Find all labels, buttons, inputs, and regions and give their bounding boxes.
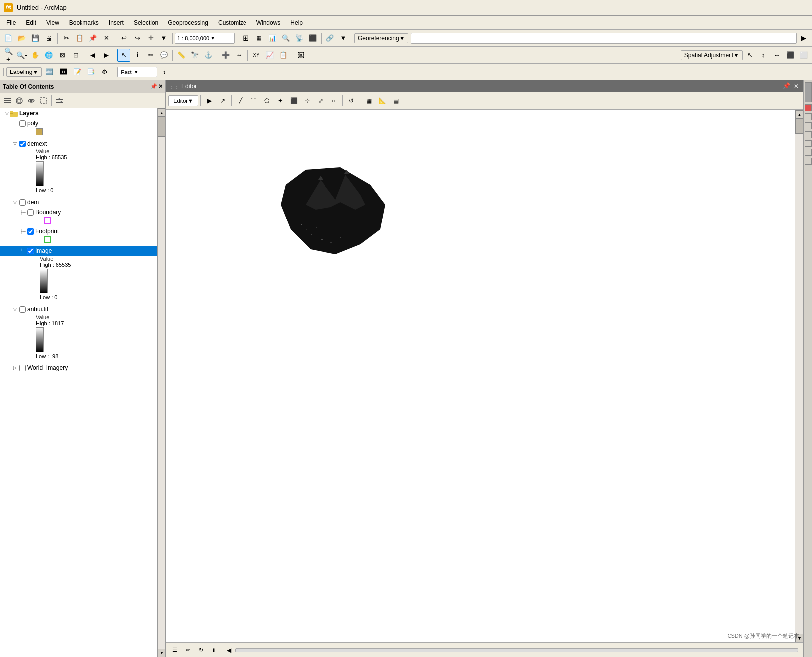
table-btn[interactable]: ▦ <box>252 32 265 45</box>
georef-arrow[interactable]: ▶ <box>797 32 810 45</box>
ed-poly-btn[interactable]: ⬠ <box>260 94 273 107</box>
georef-label[interactable]: Georeferencing▼ <box>354 33 408 43</box>
zoom-in-btn[interactable]: 🔍+ <box>2 49 15 62</box>
full-extent-btn[interactable]: ⊞ <box>239 32 252 45</box>
expand-image-icon[interactable]: └─ <box>20 248 26 254</box>
pan-nav-btn[interactable]: ✋ <box>29 49 42 62</box>
status-refresh-btn[interactable]: ↻ <box>195 645 206 656</box>
ed-sketch-btn[interactable]: 📐 <box>376 94 389 107</box>
copy-button[interactable]: 📋 <box>73 32 86 45</box>
new-button[interactable]: 📄 <box>2 32 15 45</box>
open-button[interactable]: 📂 <box>15 32 28 45</box>
toc-source-btn[interactable] <box>14 95 25 106</box>
cut-button[interactable]: ✂ <box>60 32 73 45</box>
menu-bookmarks[interactable]: Bookmarks <box>65 17 103 28</box>
label-arrow-btn[interactable]: ↕ <box>158 66 171 78</box>
expand-boundary-icon[interactable]: ├─ <box>20 209 26 215</box>
poly-checkbox[interactable] <box>19 120 26 127</box>
expand-footprint-icon[interactable]: ├─ <box>20 228 26 234</box>
right-panel-btn2[interactable] <box>805 122 812 129</box>
expand-anhui-icon[interactable]: ▽ <box>12 306 18 312</box>
ed-undo-btn[interactable]: ↺ <box>345 94 358 107</box>
editor-menu-btn[interactable]: Editor▼ <box>168 95 198 106</box>
expand-layers-icon[interactable]: ▽ <box>4 110 10 116</box>
right-panel-btn6[interactable] <box>805 158 812 165</box>
menu-view[interactable]: View <box>42 17 64 28</box>
map-scroll-thumb[interactable] <box>795 119 803 134</box>
label-btn2[interactable]: 🅰 <box>57 66 70 78</box>
layout-btn[interactable]: 🖼 <box>294 49 307 62</box>
label-btn3[interactable]: 📝 <box>71 66 83 78</box>
hyperlink-btn[interactable]: ⚓ <box>202 49 215 62</box>
fast-dropdown[interactable]: Fast ▼ <box>117 67 157 77</box>
footprint-checkbox[interactable] <box>27 228 34 235</box>
scale-dropdown[interactable]: 1 : 8,000,000 ▼ <box>175 33 235 44</box>
boundary-checkbox[interactable] <box>27 209 34 216</box>
scroll-up-btn[interactable]: ▲ <box>158 108 165 117</box>
ed-vertex-btn[interactable]: ✦ <box>274 94 287 107</box>
ed-midpt-btn[interactable]: ⊹ <box>301 94 314 107</box>
label-btn1[interactable]: 🔤 <box>43 66 56 78</box>
graph-btn[interactable]: 📈 <box>263 49 276 62</box>
right-panel-btn4[interactable] <box>805 140 812 147</box>
dem-checkbox[interactable] <box>19 199 26 206</box>
spatial-btn2[interactable]: ↔ <box>770 49 783 62</box>
menu-file[interactable]: File <box>2 17 20 28</box>
toc-pin-btn[interactable]: 📌 <box>150 83 157 90</box>
ed-trace-btn[interactable]: ⤢ <box>314 94 327 107</box>
label-btn4[interactable]: 📑 <box>84 66 97 78</box>
spatial-btn3[interactable]: ⬛ <box>784 49 797 62</box>
search-btn[interactable]: 🔍 <box>279 32 292 45</box>
find-btn[interactable]: 🔭 <box>188 49 201 62</box>
xy-btn[interactable]: XY <box>250 49 263 62</box>
menu-selection[interactable]: Selection <box>129 17 162 28</box>
paste-button[interactable]: 📌 <box>86 32 99 45</box>
full-ext-btn2[interactable]: ⊠ <box>56 49 69 62</box>
expand-demext-icon[interactable]: ▽ <box>12 141 18 146</box>
identify-btn[interactable]: ℹ <box>131 49 144 62</box>
status-edit-btn[interactable]: ✏ <box>182 645 193 656</box>
status-arrow[interactable]: ◀ <box>227 647 231 654</box>
editor-title-drag[interactable]: ⋮⋮ Editor <box>169 83 197 90</box>
right-panel-btn3[interactable] <box>805 131 812 138</box>
layer-footprint[interactable]: ├─ Footprint <box>0 226 157 236</box>
ed-cursor-btn[interactable]: ↗ <box>216 94 229 107</box>
toc-close-btn[interactable]: ✕ <box>158 83 162 90</box>
fwd-btn[interactable]: ▶ <box>100 49 113 62</box>
map-scroll-up[interactable]: ▲ <box>795 110 803 119</box>
arr-btn[interactable]: ▼ <box>337 32 350 45</box>
expand-world-icon[interactable]: ▷ <box>12 365 18 371</box>
layer-dem-group[interactable]: ▽ dem <box>0 197 157 207</box>
layer-poly[interactable]: ▷ poly <box>0 118 157 128</box>
label-btn5[interactable]: ⚙ <box>98 66 111 78</box>
ed-play-btn[interactable]: ▶ <box>203 94 216 107</box>
layer-world-imagery[interactable]: ▷ World_Imagery <box>0 363 157 373</box>
pan-arrow-btn[interactable]: ▼ <box>158 32 170 45</box>
globe-btn[interactable]: 🌐 <box>42 49 55 62</box>
layer-demext[interactable]: ▽ demext <box>0 139 157 148</box>
menu-insert[interactable]: Insert <box>104 17 128 28</box>
menu-windows[interactable]: Windows <box>252 17 285 28</box>
editor-pin-btn[interactable]: 📌 <box>783 82 790 90</box>
redo-button[interactable]: ↪ <box>131 32 144 45</box>
print-button[interactable]: 🖨 <box>42 32 55 45</box>
catalog-btn[interactable]: 📊 <box>266 32 279 45</box>
spatial-btn4[interactable]: ⬜ <box>797 49 810 62</box>
layers-root[interactable]: ▽ Layers <box>0 108 157 118</box>
anhui-checkbox[interactable] <box>19 306 26 313</box>
save-button[interactable]: 💾 <box>29 32 42 45</box>
arc-btn[interactable]: 📡 <box>293 32 306 45</box>
status-add-btn[interactable]: ☰ <box>169 645 180 656</box>
measure-btn[interactable]: 📏 <box>175 49 188 62</box>
scroll-down-btn[interactable]: ▼ <box>158 649 165 657</box>
layer-ext-btn[interactable]: ⊡ <box>69 49 82 62</box>
layer-image[interactable]: └─ Image <box>0 246 157 256</box>
toc-selection-btn[interactable] <box>38 95 49 106</box>
expand-dem-icon[interactable]: ▽ <box>12 199 18 205</box>
conn-btn[interactable]: 🔗 <box>324 32 336 45</box>
select-btn[interactable]: ↖ <box>117 49 130 62</box>
right-panel-btn5[interactable] <box>805 149 812 156</box>
demext-checkbox[interactable] <box>19 141 26 147</box>
callout-btn[interactable]: 💬 <box>158 49 170 62</box>
report-btn[interactable]: 📋 <box>277 49 290 62</box>
